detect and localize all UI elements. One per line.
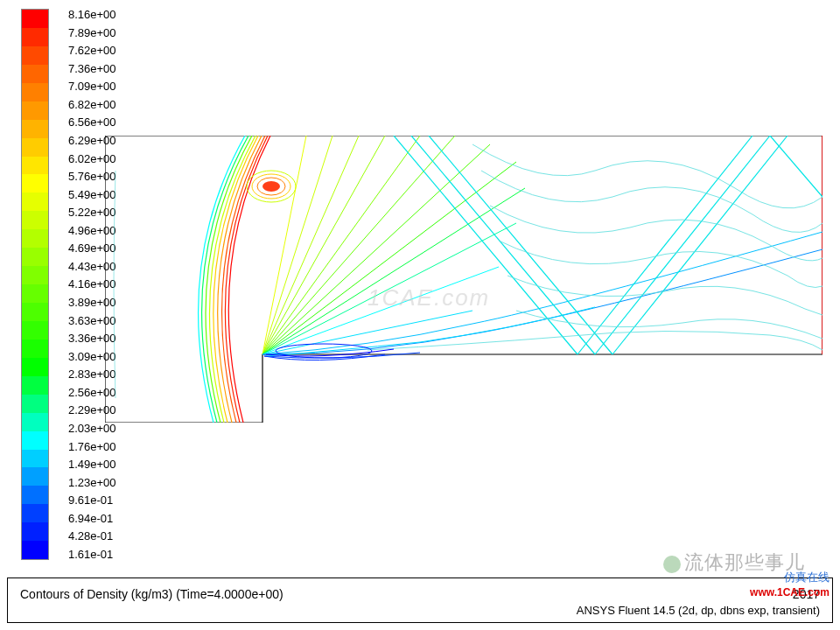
colorbar-tick: 6.82e+00 (68, 99, 116, 110)
colorbar-segment (22, 65, 48, 83)
colorbar-segment (22, 28, 48, 46)
colorbar-segment (22, 522, 48, 541)
colorbar-tick: 8.16e+00 (68, 9, 116, 20)
svg-line-11 (262, 162, 516, 354)
colorbar-segment (22, 138, 48, 157)
fluent-contour-screenshot: 8.16e+007.89e+007.62e+007.36e+007.09e+00… (0, 0, 840, 630)
software-credit: ANSYS Fluent 14.5 (2d, dp, dbns exp, tra… (20, 601, 820, 617)
colorbar-segment (22, 83, 48, 102)
footer-box: Contours of Density (kg/m3) (Time=4.0000… (7, 578, 833, 623)
colorbar-tick: 9.61e-01 (68, 494, 116, 506)
domain-outline (105, 136, 822, 423)
colorbar-tick: 4.28e-01 (68, 530, 116, 542)
colorbar-tick: 7.89e+00 (68, 27, 116, 38)
colorbar-segment (22, 395, 48, 413)
downstream-contours (368, 144, 822, 350)
upstream-contours (114, 171, 116, 398)
colorbar-segment (22, 157, 48, 175)
colorbar-tick: 7.62e+00 (68, 45, 116, 56)
colorbar-segment (22, 541, 48, 559)
colorbar-segment (22, 174, 48, 192)
colorbar-tick: 6.94e-01 (68, 513, 116, 524)
contour-plot (105, 136, 822, 423)
colorbar-segment (22, 248, 48, 266)
colorbar-segment (22, 504, 48, 522)
contour-svg (105, 136, 822, 423)
colorbar-tick: 6.56e+00 (68, 116, 116, 128)
shear-layer (262, 232, 822, 358)
colorbar-tick: 7.36e+00 (68, 63, 116, 74)
colorbar-segment (22, 431, 48, 450)
colorbar-segment (22, 376, 48, 395)
colorbar-segment (22, 229, 48, 248)
colorbar-segment (22, 46, 48, 65)
colorbar-segment (22, 266, 48, 284)
svg-line-13 (262, 223, 516, 354)
colorbar-segment (22, 284, 48, 303)
colorbar-segment (22, 10, 48, 28)
svg-line-7 (262, 136, 385, 354)
bow-shock (199, 136, 270, 423)
colorbar-segment (22, 192, 48, 211)
colorbar-segment (22, 358, 48, 376)
colorbar-segment (22, 211, 48, 229)
svg-line-4 (262, 136, 306, 354)
colorbar-segment (22, 340, 48, 358)
colorbar-segment (22, 120, 48, 138)
date-text: 2017 (793, 587, 820, 601)
svg-point-0 (262, 181, 280, 192)
svg-line-10 (262, 144, 490, 354)
colorbar-segment (22, 321, 48, 340)
svg-line-6 (262, 136, 359, 354)
colorbar-segment (22, 486, 48, 504)
colorbar-segment (22, 413, 48, 431)
svg-line-8 (262, 136, 420, 354)
plot-title: Contours of Density (kg/m3) (Time=4.0000… (20, 587, 284, 601)
colorbar (21, 9, 49, 560)
colorbar-tick: 7.09e+00 (68, 80, 116, 92)
colorbar-tick: 1.23e+00 (68, 477, 116, 488)
colorbar-tick: 1.76e+00 (68, 441, 116, 452)
colorbar-tick: 1.49e+00 (68, 458, 116, 470)
svg-line-12 (262, 188, 525, 354)
plot-area: 8.16e+007.89e+007.62e+007.36e+007.09e+00… (0, 0, 840, 569)
colorbar-segment (22, 102, 48, 120)
colorbar-segment (22, 467, 48, 486)
colorbar-tick: 2.03e+00 (68, 423, 116, 434)
color-legend: 8.16e+007.89e+007.62e+007.36e+007.09e+00… (21, 9, 116, 560)
svg-line-9 (262, 136, 455, 354)
colorbar-tick: 1.61e-01 (68, 549, 116, 560)
stagnation-hotspot (247, 171, 296, 202)
colorbar-segment (22, 303, 48, 321)
colorbar-segment (22, 450, 48, 468)
